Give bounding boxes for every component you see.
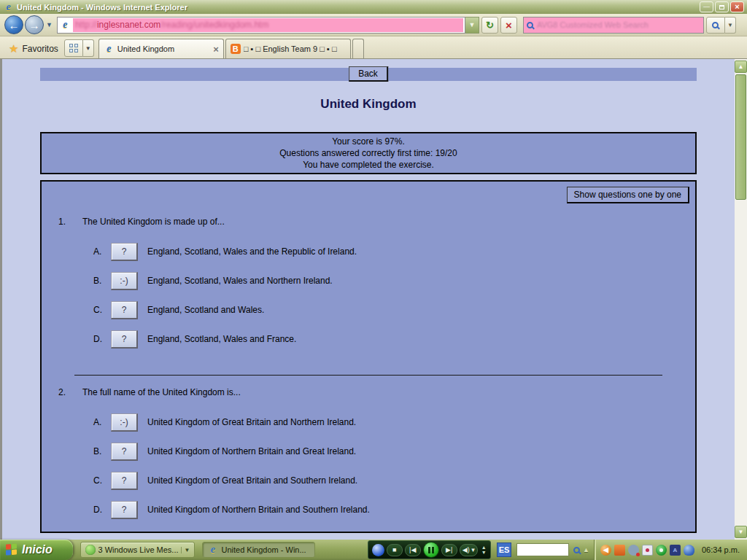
stop-button[interactable]: × <box>500 17 517 34</box>
stop-media-button[interactable]: ■ <box>387 544 403 556</box>
refresh-button[interactable]: ↻ <box>481 17 498 34</box>
tab-english-team[interactable]: B □ ▪ □ English Team 9 □ ▪ □ <box>225 39 351 58</box>
question-separator <box>74 375 662 376</box>
recent-pages-dropdown-icon[interactable]: ▼ <box>46 21 53 28</box>
ie-task-icon: e <box>207 545 218 556</box>
scrollbar-thumb[interactable] <box>735 74 746 200</box>
magnifier-icon <box>712 22 719 28</box>
start-button[interactable]: Inicio <box>0 540 73 560</box>
url-domain: inglesnanet.com <box>97 20 160 30</box>
minimize-button[interactable]: — <box>700 1 713 12</box>
option-row: A. ? England, Scotland, Wales and the Re… <box>93 242 695 261</box>
tab-close-icon[interactable]: × <box>213 44 219 55</box>
answer-button[interactable]: ? <box>111 243 138 261</box>
address-dropdown-button[interactable]: ▼ <box>465 17 479 34</box>
score-line: Questions answered correctly first time:… <box>279 147 457 159</box>
media-player-logo-icon[interactable] <box>372 544 384 556</box>
restore-button[interactable] <box>715 1 729 12</box>
tray-icon-1[interactable] <box>614 545 625 556</box>
tabs-bar: ★ Favoritos ▼ e United Kingdom × B □ ▪ □… <box>0 36 747 59</box>
option-letter: A. <box>93 417 111 427</box>
windows-flag-icon <box>6 543 18 556</box>
blogger-icon: B <box>231 44 241 54</box>
next-track-button[interactable]: ▶| <box>441 544 457 556</box>
tray-icon-2[interactable] <box>628 545 639 556</box>
option-row: A. :-) United Kingdom of Great Britain a… <box>93 413 695 432</box>
option-text: United Kingdom of Northern Britain and G… <box>147 446 356 456</box>
previous-track-button[interactable]: |◀ <box>405 544 421 556</box>
pause-button[interactable] <box>423 542 439 558</box>
new-tab-stub[interactable] <box>352 39 364 58</box>
question-1: 1. The United Kingdom is made up of... A… <box>42 182 695 349</box>
question-number: 2. <box>58 387 82 397</box>
system-tray: ◀ A 06:34 p.m. <box>594 540 747 560</box>
task-label: 3 Windows Live Mes... <box>98 545 179 554</box>
back-nav-button[interactable]: ← <box>4 15 23 34</box>
volume-button[interactable]: ◀) ▾ <box>460 544 478 556</box>
tray-icon-3[interactable] <box>642 545 653 556</box>
language-indicator[interactable]: ES <box>497 542 512 557</box>
option-text: England, Scotland, Wales and the Republi… <box>147 246 357 257</box>
close-button[interactable]: × <box>730 1 744 12</box>
deskband-search-icon[interactable] <box>573 547 580 553</box>
address-bar[interactable]: e http://inglesnanet.com/reading/unitedk… <box>57 17 465 34</box>
taskbar-item-ie[interactable]: e United Kingdom - Win... <box>202 542 314 558</box>
option-letter: B. <box>93 276 111 286</box>
url-scheme: http:// <box>75 20 97 30</box>
scroll-up-icon[interactable]: ▲ <box>735 61 747 73</box>
toolbar-restore-icon[interactable]: ▲▼ <box>481 545 487 555</box>
hide-icons-chevron[interactable]: ◀ <box>600 545 611 556</box>
answer-button-correct[interactable]: :-) <box>111 272 138 290</box>
search-icon <box>527 22 533 28</box>
option-row: B. :-) England, Scotland, Wales and Nort… <box>93 271 695 290</box>
deskband-search-input[interactable] <box>516 543 569 556</box>
scroll-down-icon[interactable]: ▼ <box>735 526 747 538</box>
page-top-bar: Back <box>40 68 697 81</box>
favorites-label: Favoritos <box>22 44 58 54</box>
quiz-panel: Show questions one by one 1. The United … <box>40 180 697 533</box>
tab-list-dropdown[interactable]: ▼ <box>83 39 94 57</box>
search-options-dropdown[interactable]: ▼ <box>725 17 736 34</box>
messenger-icon <box>85 545 96 555</box>
forward-nav-button[interactable]: → <box>25 15 44 34</box>
answer-button[interactable]: ? <box>111 301 138 319</box>
vertical-scrollbar[interactable]: ▲ ▼ <box>735 59 747 540</box>
task-group-dropdown-icon[interactable]: ▼ <box>181 547 190 553</box>
search-box[interactable]: AVG8 Customized Web Search <box>523 17 704 34</box>
tray-icon-messenger-status[interactable] <box>684 545 694 556</box>
tab-united-kingdom[interactable]: e United Kingdom × <box>98 39 224 58</box>
navigation-bar: ← → ▼ e http://inglesnanet.com/reading/u… <box>0 14 747 36</box>
score-summary-box: Your score is 97%. Questions answered co… <box>40 132 697 174</box>
show-questions-button[interactable]: Show questions one by one <box>567 187 689 203</box>
question-text: The full name of the United Kingdom is..… <box>82 387 241 397</box>
url-text[interactable]: http://inglesnanet.com/reading/unitedkin… <box>73 18 463 32</box>
quick-tabs-button[interactable] <box>64 39 83 57</box>
task-label: United Kingdom - Win... <box>221 545 309 554</box>
answer-button[interactable]: ? <box>111 501 138 519</box>
tab-label: United Kingdom <box>117 44 210 53</box>
answer-button[interactable]: ? <box>111 330 138 349</box>
option-row: D. ? United Kingdom of Northern Britain … <box>93 500 695 519</box>
answer-button[interactable]: ? <box>111 472 138 490</box>
option-text: England, Scotland, Wales and Northern Ir… <box>147 276 333 286</box>
answer-button[interactable]: ? <box>111 443 138 461</box>
deskband-expand-icon[interactable]: ▲ <box>583 546 589 553</box>
tray-icon-5[interactable]: A <box>670 545 681 556</box>
option-letter: C. <box>93 475 111 486</box>
favorites-star-icon: ★ <box>9 42 18 55</box>
question-2: 2. The full name of the United Kingdom i… <box>42 387 695 519</box>
option-letter: B. <box>93 446 111 456</box>
tab-favicon-icon: e <box>104 44 115 55</box>
search-go-button[interactable] <box>706 17 725 34</box>
answer-button-correct[interactable]: :-) <box>111 413 138 432</box>
page-back-button[interactable]: Back <box>349 66 388 82</box>
option-row: C. ? England, Scotland and Wales. <box>93 300 695 319</box>
option-text: England, Scotland and Wales. <box>147 305 264 315</box>
favorites-button[interactable]: ★ Favoritos <box>3 39 64 58</box>
option-text: United Kingdom of Northern Britain and S… <box>147 505 370 515</box>
option-row: B. ? United Kingdom of Northern Britain … <box>93 442 695 461</box>
tray-icon-antivirus[interactable] <box>656 545 667 556</box>
option-row: D. ? England, Scotland, Wales and France… <box>93 330 695 349</box>
taskbar-item-messenger[interactable]: 3 Windows Live Mes... ▼ <box>80 542 196 558</box>
option-letter: C. <box>93 305 111 315</box>
